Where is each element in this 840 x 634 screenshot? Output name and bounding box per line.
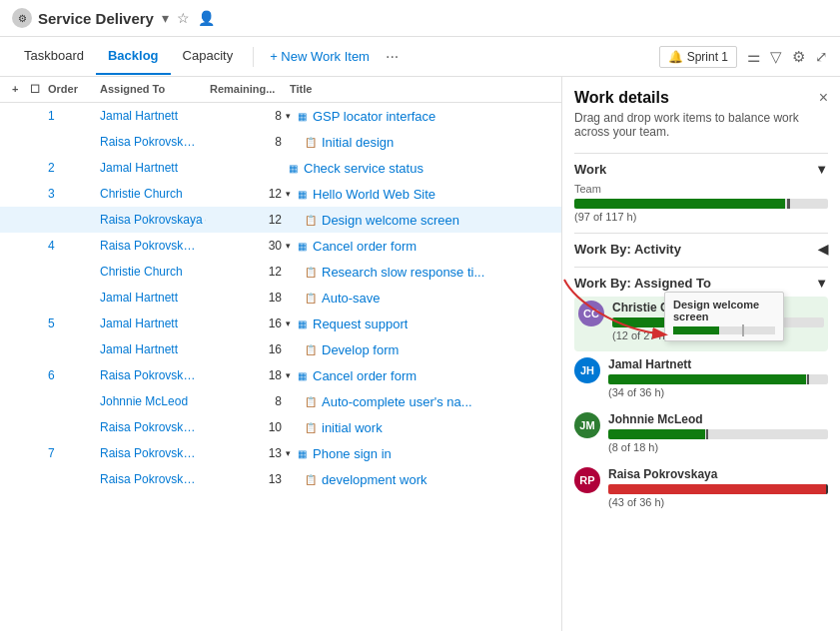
close-button[interactable]: × [819, 89, 828, 107]
filter-settings-icon[interactable]: ⚌ [747, 48, 760, 66]
collapse-icon[interactable]: ▼ [815, 162, 828, 177]
work-by-activity-label: Work By: Activity [574, 242, 681, 257]
person-icon[interactable]: 👤 [198, 10, 215, 26]
chevron-icon: ▾ [286, 370, 291, 380]
title-cell[interactable]: 📋 initial work [286, 420, 553, 435]
avatar-christie: CC [578, 301, 604, 326]
tab-taskboard[interactable]: Taskboard [12, 38, 96, 75]
sprint-selector[interactable]: 🔔 Sprint 1 [659, 46, 737, 68]
team-progress-bar [574, 199, 828, 209]
story-icon: ▦ [295, 317, 309, 330]
title-cell[interactable]: 📋 Auto-save [286, 291, 553, 306]
title-cell[interactable]: 📋 Research slow response ti... [286, 265, 553, 280]
tooltip-popup: Design welcome screen [664, 292, 784, 341]
title-cell[interactable]: 📋 development work [286, 472, 553, 487]
johnnie-progress-bar [608, 429, 828, 439]
work-section-header[interactable]: Work ▼ [574, 153, 828, 177]
col-check: ☐ [26, 81, 44, 98]
col-remaining: Remaining... [206, 81, 286, 98]
assigned-row-christie: CC Christie Chu... (12 of 27 h) Design w… [574, 297, 828, 351]
app-avatar: ⚙ [12, 8, 32, 28]
story-icon: ▦ [286, 161, 300, 175]
sprint-label: Sprint 1 [687, 50, 728, 64]
tooltip-bar-fill [673, 326, 719, 334]
table-row[interactable]: Johnnie McLeod 8 📋 Auto-complete user's … [0, 388, 561, 414]
table-row[interactable]: 4 Raisa Pokrovskaya 30 ▾ ▦ Cancel order … [0, 233, 561, 259]
assigned-name-jamal: Jamal Hartnett [608, 357, 828, 371]
table-row[interactable]: 3 Christie Church 12 ▾ ▦ Hello World Web… [0, 181, 561, 207]
table-row[interactable]: Raisa Pokrovskaya 8 📋 Initial design [0, 129, 561, 155]
title-cell[interactable]: 📋 Design welcome screen [286, 213, 553, 228]
task-icon: 📋 [304, 394, 318, 408]
chevron-icon: ▾ [286, 189, 291, 199]
title-cell[interactable]: ▾ ▦ Hello World Web Site [286, 187, 553, 202]
task-icon: 📋 [304, 420, 318, 434]
main-container: + ☐ Order Assigned To Remaining... Title… [0, 77, 840, 631]
table-row[interactable]: Raisa Pokrovskaya ··· 12 📋 Design welcom… [0, 207, 561, 233]
nav-divider [253, 47, 254, 67]
table-row[interactable]: 5 Jamal Hartnett 16 ▾ ▦ Request support [0, 311, 561, 336]
story-icon: ▦ [295, 187, 309, 201]
work-by-assigned-section: Work By: Assigned To ▼ CC Christie Chu..… [574, 267, 828, 514]
task-icon: 📋 [304, 135, 318, 149]
more-options-icon[interactable]: ··· [378, 44, 407, 70]
work-section-label: Work [574, 162, 606, 177]
star-icon[interactable]: ☆ [177, 10, 190, 26]
title-cell[interactable]: 📋 Auto-complete user's na... [286, 394, 553, 409]
task-icon: 📋 [304, 472, 318, 486]
title-cell[interactable]: ▾ ▦ Request support [286, 317, 553, 331]
assigned-name-raisa: Raisa Pokrovskaya [608, 467, 828, 481]
expand-icon[interactable]: ⤢ [815, 48, 828, 66]
table-row[interactable]: 7 Raisa Pokrovskaya 13 ▾ ▦ Phone sign in [0, 440, 561, 466]
col-assigned: Assigned To [96, 81, 206, 98]
assigned-name-johnnie: Johnnie McLeod [608, 412, 828, 426]
johnnie-progress-label: (8 of 18 h) [608, 441, 828, 453]
chevron-icon: ▾ [286, 241, 291, 251]
collapse-assigned-icon[interactable]: ▼ [815, 276, 828, 291]
assigned-info-johnnie: Johnnie McLeod (8 of 18 h) [608, 412, 828, 459]
table-row[interactable]: Raisa Pokrovskaya 13 📋 development work [0, 466, 561, 492]
story-icon: ▦ [295, 239, 309, 253]
settings-icon[interactable]: ⚙ [792, 48, 805, 66]
work-details-panel: Work details × Drag and drop work items … [562, 77, 840, 631]
tab-backlog[interactable]: Backlog [96, 38, 171, 75]
work-by-assigned-header[interactable]: Work By: Assigned To ▼ [574, 267, 828, 291]
table-row[interactable]: 1 Jamal Hartnett 8 ▾ ▦ GSP locator inter… [0, 103, 561, 129]
title-cell[interactable]: ▾ ▦ Cancel order form [286, 368, 553, 383]
jamal-progress-fill [608, 374, 806, 384]
table-row[interactable]: Christie Church 12 📋 Research slow respo… [0, 259, 561, 285]
chevron-icon: ▾ [286, 448, 291, 458]
team-progress-fill [574, 199, 785, 209]
tooltip-bar [673, 326, 775, 334]
app-title: Service Delivery [38, 10, 154, 27]
tooltip-bar-marker [742, 324, 744, 336]
table-row[interactable]: Jamal Hartnett 18 📋 Auto-save [0, 285, 561, 311]
col-add: + [8, 81, 26, 98]
table-row[interactable]: Jamal Hartnett 16 📋 Develop form [0, 336, 561, 362]
work-by-assigned-label: Work By: Assigned To [574, 276, 711, 291]
task-icon: 📋 [304, 342, 318, 356]
jamal-progress-label: (34 of 36 h) [608, 386, 828, 398]
team-label: Team [574, 183, 828, 195]
work-by-activity-header[interactable]: Work By: Activity ◀ [574, 233, 828, 257]
table-row[interactable]: Raisa Pokrovskaya 10 📋 initial work [0, 414, 561, 440]
table-header: + ☐ Order Assigned To Remaining... Title [0, 77, 561, 103]
title-cell[interactable]: 📋 Develop form [286, 342, 553, 357]
new-work-item-button[interactable]: + New Work Item [262, 43, 378, 70]
filter-icon[interactable]: ▽ [770, 48, 782, 66]
title-cell[interactable]: ▾ ▦ GSP locator interface [286, 109, 553, 124]
chevron-down-icon[interactable]: ▾ [162, 10, 169, 26]
title-cell[interactable]: 📋 Initial design [286, 135, 553, 150]
tooltip-title: Design welcome screen [673, 299, 775, 322]
top-bar-icons: ▾ ☆ 👤 [162, 10, 215, 26]
table-row[interactable]: 6 Raisa Pokrovskaya 18 ▾ ▦ Cancel order … [0, 362, 561, 388]
tab-capacity[interactable]: Capacity [171, 38, 246, 75]
avatar-johnnie: JM [574, 412, 600, 438]
title-cell[interactable]: ▦ Check service status [286, 161, 553, 176]
collapse-activity-icon[interactable]: ◀ [818, 242, 828, 257]
table-row[interactable]: 2 Jamal Hartnett ▦ Check service status [0, 155, 561, 181]
title-cell[interactable]: ▾ ▦ Cancel order form [286, 239, 553, 254]
raisa-progress-label: (43 of 36 h) [608, 496, 828, 508]
raisa-progress-fill [608, 484, 826, 494]
title-cell[interactable]: ▾ ▦ Phone sign in [286, 446, 553, 461]
